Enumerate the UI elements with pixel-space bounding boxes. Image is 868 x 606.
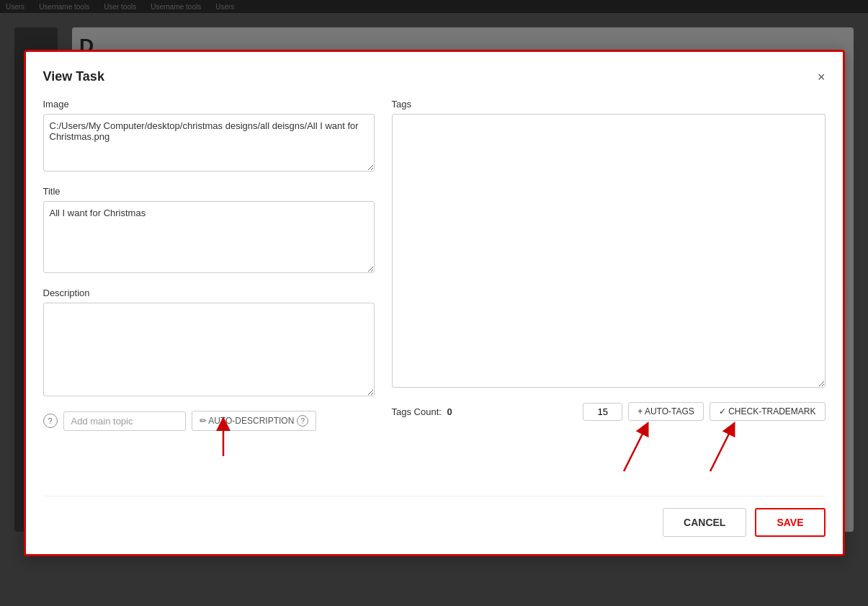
title-field-group: Title All I want for Christmas — [43, 186, 375, 276]
modal-overlay: View Task × Image C:/Users/My Computer/d… — [0, 0, 868, 606]
arrow-svg-3 — [667, 421, 811, 478]
tags-count-value: 0 — [447, 406, 452, 417]
description-textarea[interactable] — [43, 303, 375, 396]
arrow-container-1 — [43, 431, 375, 474]
view-task-modal: View Task × Image C:/Users/My Computer/d… — [24, 50, 845, 556]
save-button[interactable]: SAVE — [755, 508, 825, 537]
tags-count-row: Tags Count: 0 + AUTO-TAGS ✓ CHECK-TRADEM… — [392, 402, 826, 421]
svg-line-2 — [710, 428, 732, 471]
tags-textarea[interactable] — [392, 114, 826, 388]
modal-header: View Task × — [43, 69, 826, 84]
arrow-container-2 — [392, 421, 826, 478]
auto-tags-label: + AUTO-TAGS — [637, 406, 694, 416]
check-trademark-label: ✓ CHECK-TRADEMARK — [719, 406, 816, 416]
svg-line-1 — [624, 428, 645, 471]
check-trademark-button[interactable]: ✓ CHECK-TRADEMARK — [710, 402, 826, 421]
tags-count-label: Tags Count: 0 — [392, 406, 452, 417]
help-label: ? — [48, 416, 52, 425]
topic-input[interactable] — [63, 411, 186, 431]
close-button[interactable]: × — [818, 71, 826, 84]
image-textarea[interactable]: C:/Users/My Computer/desktop/christmas d… — [43, 114, 375, 171]
image-label: Image — [43, 99, 375, 110]
tags-actions: + AUTO-TAGS ✓ CHECK-TRADEMARK — [583, 402, 825, 421]
right-column: Tags Tags Count: 0 + AUTO-TAGS — [392, 99, 826, 478]
modal-footer: CANCEL SAVE — [43, 496, 826, 537]
description-field-group: Description — [43, 288, 375, 399]
title-label: Title — [43, 186, 375, 197]
left-column: Image C:/Users/My Computer/desktop/chris… — [43, 99, 375, 478]
image-field-group: Image C:/Users/My Computer/desktop/chris… — [43, 99, 375, 174]
help-q-label: ? — [301, 417, 305, 425]
topic-help-icon[interactable]: ? — [43, 414, 58, 428]
arrow-svg-1 — [180, 416, 267, 460]
tags-count-text: Tags Count: — [392, 406, 442, 417]
description-label: Description — [43, 288, 375, 298]
cancel-button[interactable]: CANCEL — [663, 508, 746, 537]
tags-field-group: Tags — [392, 99, 826, 391]
count-input[interactable] — [583, 403, 622, 421]
auto-desc-help-icon[interactable]: ? — [297, 415, 308, 427]
title-textarea[interactable]: All I want for Christmas — [43, 201, 375, 273]
modal-body: Image C:/Users/My Computer/desktop/chris… — [43, 99, 826, 478]
modal-title: View Task — [43, 69, 104, 84]
tags-label: Tags — [392, 99, 826, 110]
auto-tags-button[interactable]: + AUTO-TAGS — [628, 402, 704, 421]
